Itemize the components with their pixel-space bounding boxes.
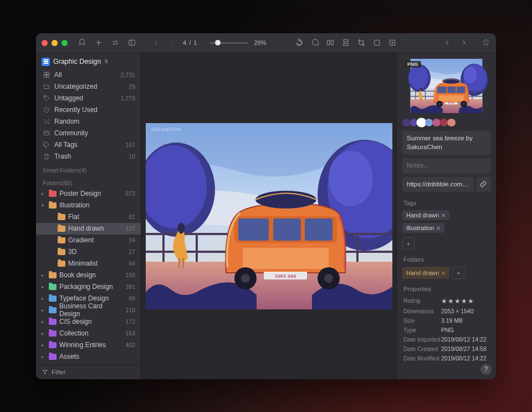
maximize-window-button[interactable]: [62, 40, 68, 46]
sidebar-item-uncat[interactable]: Uncategorized 29: [36, 81, 141, 93]
export-icon[interactable]: [388, 38, 397, 47]
folder-row[interactable]: ▸ Packaging Design 391: [36, 281, 141, 293]
rotate-icon[interactable]: [295, 38, 304, 47]
sidebar-item-random[interactable]: Random: [36, 116, 141, 128]
page-indicator: 4 / 1: [183, 39, 197, 46]
notes-field[interactable]: Notes...: [402, 158, 490, 174]
image-viewer[interactable]: XWX 044 SakuraChen: [141, 53, 396, 379]
svg-rect-55: [420, 98, 421, 100]
disclosure-arrow-icon[interactable]: ▸: [39, 296, 46, 301]
folder-row[interactable]: Minimalist 54: [36, 258, 141, 269]
pin-icon[interactable]: [482, 38, 490, 47]
remove-folder-icon[interactable]: ✕: [441, 270, 446, 276]
tags-icon: [43, 141, 50, 149]
fit-icon[interactable]: [372, 38, 381, 47]
folder-row[interactable]: Hand drawn 127: [36, 223, 141, 235]
sidebar-item-comm[interactable]: Community: [36, 128, 141, 139]
folder-row[interactable]: ▸ CIS design 172: [36, 316, 141, 328]
comm-icon: [43, 129, 50, 137]
folder-row[interactable]: ▸ Winning Entries 402: [36, 339, 141, 351]
folder-row[interactable]: ▾ Illustration: [36, 200, 141, 211]
zoom-slider[interactable]: [209, 42, 248, 44]
tag-chip[interactable]: Illustration✕: [402, 223, 444, 233]
untag-icon: [43, 94, 50, 102]
sidebar-item-recent[interactable]: Recently Used: [36, 104, 141, 116]
folder-chip[interactable]: Hand drawn✕: [402, 267, 449, 279]
transfer-icon[interactable]: [111, 38, 120, 47]
close-window-button[interactable]: [42, 40, 48, 46]
notifications-icon[interactable]: [78, 38, 86, 47]
disclosure-arrow-icon[interactable]: ▸: [39, 343, 46, 348]
disclosure-arrow-icon[interactable]: ▸: [39, 354, 46, 359]
color-swatch[interactable]: [410, 119, 418, 127]
sidebar-item-all[interactable]: All 2,731: [36, 69, 141, 81]
sidebar-item-label: Trash: [54, 152, 125, 160]
add-folder-button[interactable]: +: [452, 267, 464, 279]
add-tag-button[interactable]: +: [402, 237, 415, 250]
disclosure-arrow-icon[interactable]: ▸: [39, 273, 46, 278]
disclosure-arrow-icon[interactable]: ▸: [39, 284, 46, 289]
folders-heading[interactable]: Folders(65): [36, 175, 141, 188]
sidebar-item-label: Untagged: [54, 94, 117, 102]
annotate-icon[interactable]: [310, 38, 319, 47]
folder-row[interactable]: ▸ Assets: [36, 351, 141, 363]
disclosure-arrow-icon[interactable]: ▾: [39, 203, 46, 208]
disclosure-arrow-icon[interactable]: ▸: [39, 319, 46, 324]
sidebar-toggle-icon[interactable]: [127, 38, 136, 47]
folder-row[interactable]: Flat 91: [36, 211, 141, 223]
flip-v-icon[interactable]: [341, 38, 350, 47]
folder-count: 163: [125, 330, 135, 337]
nav-back-icon[interactable]: [152, 38, 161, 47]
svg-rect-61: [439, 95, 464, 101]
folder-row[interactable]: 3D 27: [36, 246, 141, 258]
folder-row[interactable]: Gradient 34: [36, 235, 141, 246]
svg-point-40: [324, 274, 333, 283]
color-swatch[interactable]: [447, 119, 456, 127]
svg-rect-30: [238, 218, 269, 241]
sidebar-item-untag[interactable]: Untagged 1,279: [36, 93, 141, 104]
tag-chip[interactable]: Hand drawn✕: [402, 210, 449, 220]
prev-asset-icon[interactable]: [443, 38, 452, 47]
thumbnail[interactable]: XWX 044 PNG: [402, 59, 490, 113]
svg-rect-27: [178, 258, 180, 268]
folder-count: 391: [125, 283, 135, 290]
svg-rect-4: [344, 43, 348, 45]
color-swatch[interactable]: [417, 119, 426, 127]
disclosure-arrow-icon[interactable]: ▸: [39, 308, 46, 313]
sidebar-item-tags[interactable]: All Tags 151: [36, 139, 141, 151]
svg-rect-0: [129, 40, 135, 45]
disclosure-arrow-icon[interactable]: ▸: [39, 331, 46, 336]
disclosure-arrow-icon[interactable]: ▸: [39, 191, 46, 196]
svg-point-43: [409, 65, 428, 89]
nav-forward-icon[interactable]: [167, 38, 176, 47]
smart-folders-heading[interactable]: Smart Folders(4): [36, 162, 141, 175]
folder-row[interactable]: ▸ Poster Design 872: [36, 188, 141, 200]
remove-tag-icon[interactable]: ✕: [436, 225, 441, 231]
titlebar: 4 / 1 28%: [36, 33, 496, 53]
folder-name: Minimalist: [68, 260, 126, 267]
color-swatch[interactable]: [425, 119, 433, 127]
color-swatch[interactable]: [432, 119, 441, 127]
minimize-window-button[interactable]: [52, 40, 58, 46]
folder-row[interactable]: ▸ Collection 163: [36, 328, 141, 339]
all-icon: [43, 71, 50, 79]
asset-title-field[interactable]: Summer sea breeze by SakuraChen: [402, 131, 490, 155]
crop-icon[interactable]: [357, 38, 366, 47]
color-swatch[interactable]: [440, 119, 448, 127]
remove-tag-icon[interactable]: ✕: [441, 212, 446, 218]
color-swatch[interactable]: [402, 119, 411, 127]
folder-row[interactable]: ▸ Book design 150: [36, 269, 141, 281]
filter-bar[interactable]: Filter: [36, 365, 141, 379]
add-icon[interactable]: [94, 38, 103, 47]
folder-name: Book design: [59, 271, 122, 279]
help-button[interactable]: ?: [480, 364, 492, 375]
next-asset-icon[interactable]: [459, 38, 468, 47]
folder-row[interactable]: ▸ Business Card Design 116: [36, 304, 141, 316]
open-url-button[interactable]: [476, 177, 490, 192]
rating-stars[interactable]: ★★★★★: [441, 297, 474, 305]
library-switcher[interactable]: Graphic Design ⇅: [36, 53, 141, 69]
sidebar-item-trash[interactable]: Trash 10: [36, 151, 141, 162]
url-field[interactable]: https://dribbble.com/sakurac: [402, 177, 474, 192]
flip-h-icon[interactable]: [326, 38, 335, 47]
prop-dimensions: 2053 × 1540: [441, 308, 474, 314]
